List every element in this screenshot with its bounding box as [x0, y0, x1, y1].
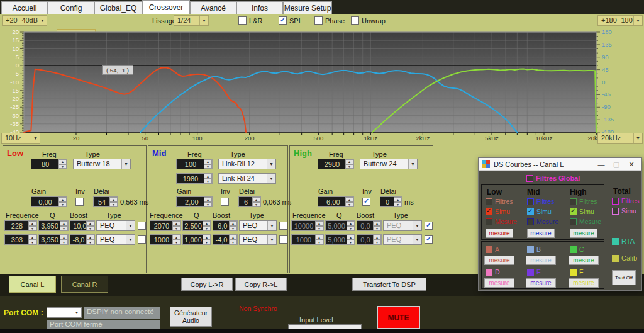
- high-gain-spinner[interactable]: -6,00▲▼: [318, 196, 354, 207]
- mid-gain-spinner[interactable]: -2,00▲▼: [176, 196, 213, 207]
- mid-xover1-freq-spinner[interactable]: 100▲▼: [176, 159, 213, 169]
- generateur-audio-button[interactable]: Générateur Audio: [170, 307, 212, 327]
- measure-a-button[interactable]: mesure: [484, 256, 514, 265]
- spinner-arrows[interactable]: ▲▼: [58, 197, 67, 206]
- frequency-response-chart[interactable]: 1020501002005001kHz2kHz5kHz10kHz20kHz201…: [0, 29, 644, 145]
- maximize-icon[interactable]: ▢: [609, 158, 624, 171]
- lissage-combo[interactable]: 1/24 ▼: [174, 15, 209, 26]
- high-peq1-freq-spinner[interactable]: 10000▲▼: [291, 220, 324, 231]
- spinner-arrows[interactable]: ▲▼: [86, 221, 94, 230]
- db-range-combo[interactable]: +20 -40dB ▼: [2, 15, 47, 26]
- low-peq2-type-combo[interactable]: PEQ▼: [96, 234, 135, 245]
- measure-b-button[interactable]: mesure: [526, 256, 556, 265]
- tab-global-eq[interactable]: Global_EQ: [94, 1, 142, 14]
- xmin-combo[interactable]: 10Hz ▼: [1, 133, 40, 144]
- high-xover-type-combo[interactable]: Butterw 24▼: [360, 159, 418, 169]
- low-peq2-boost-spinner[interactable]: -8,0▲▼: [70, 234, 95, 245]
- measure-d-checkbox[interactable]: D: [486, 268, 500, 276]
- spinner-arrows[interactable]: ▲▼: [172, 235, 180, 244]
- low-peq1-type-combo[interactable]: PEQ▼: [96, 220, 135, 231]
- spinner-arrows[interactable]: ▲▼: [229, 235, 237, 244]
- high-peq1-boost-spinner[interactable]: 0,0▲▼: [357, 220, 382, 231]
- mid-peq2-freq-spinner[interactable]: 1000▲▼: [150, 234, 181, 245]
- mid-peq2-bypass-checkbox[interactable]: [279, 235, 287, 244]
- low-peq1-freq-spinner[interactable]: 228▲▼: [4, 220, 37, 231]
- spinner-arrows[interactable]: ▲▼: [373, 221, 381, 230]
- total-simu-checkbox[interactable]: Simu: [612, 207, 636, 215]
- measure-d-button[interactable]: mesure: [484, 278, 514, 288]
- measure-a-checkbox[interactable]: A: [486, 246, 499, 253]
- high-peq1-type-combo[interactable]: PEQ▼: [383, 220, 422, 231]
- spinner-arrows[interactable]: ▲▼: [229, 221, 237, 230]
- low-peq2-freq-spinner[interactable]: 393▲▼: [4, 234, 37, 245]
- tab-infos[interactable]: Infos: [236, 1, 283, 14]
- mid-peq1-boost-spinner[interactable]: -6,0▲▼: [213, 220, 238, 231]
- mid-delai-spinner[interactable]: 6▲▼: [238, 196, 261, 207]
- tab-accueil[interactable]: Accueil: [1, 1, 48, 14]
- mid-peq1-q-spinner[interactable]: 2,500▲▼: [182, 220, 211, 231]
- copy-r-to-l-button[interactable]: Copy R->L: [235, 278, 287, 291]
- low-delai-spinner[interactable]: 54 ▲▼: [93, 196, 118, 207]
- tab-avance[interactable]: Avancé: [190, 1, 236, 14]
- low-xover-type-combo[interactable]: Butterw 18 ▼: [73, 159, 131, 169]
- calib-checkbox[interactable]: Calib: [612, 254, 637, 262]
- measure-f-checkbox[interactable]: F: [570, 268, 583, 276]
- measure-c-button[interactable]: mesure: [569, 256, 599, 265]
- high-inv-checkbox[interactable]: [362, 198, 370, 206]
- mid-peq2-boost-spinner[interactable]: -4,0▲▼: [213, 234, 238, 245]
- low-peq1-bypass-checkbox[interactable]: [138, 222, 146, 230]
- phase-range-combo[interactable]: +180 -180° ▼: [597, 15, 643, 26]
- spinner-arrows[interactable]: ▲▼: [345, 159, 353, 169]
- mid-simu-checkbox[interactable]: Simu: [527, 208, 552, 215]
- low-peq1-q-spinner[interactable]: 3,950▲▼: [38, 220, 69, 231]
- high-filtres-checkbox[interactable]: Filtres: [570, 198, 597, 205]
- mid-mesure-checkbox[interactable]: Mesure: [527, 218, 558, 225]
- high-xover-freq-spinner[interactable]: 2980▲▼: [318, 159, 354, 169]
- low-peq2-bypass-checkbox[interactable]: [138, 235, 146, 244]
- mid-mesure-button[interactable]: mesure: [527, 229, 555, 238]
- spinner-arrows[interactable]: ▲▼: [58, 159, 67, 169]
- mid-filtres-checkbox[interactable]: Filtres: [527, 198, 555, 205]
- tab-mesure-setup[interactable]: Mesure Setup: [283, 1, 332, 14]
- low-peq1-boost-spinner[interactable]: -10,0▲▼: [70, 220, 95, 231]
- measure-f-button[interactable]: mesure: [569, 278, 599, 288]
- mid-xover2-freq-spinner[interactable]: 1980▲▼: [176, 173, 213, 184]
- high-peq2-q-spinner[interactable]: 5,000▲▼: [325, 234, 355, 245]
- low-mesure-button[interactable]: mesure: [486, 229, 513, 238]
- mid-peq1-bypass-checkbox[interactable]: [279, 222, 287, 230]
- spinner-arrows[interactable]: ▲▼: [28, 235, 36, 244]
- measure-e-checkbox[interactable]: E: [527, 268, 541, 276]
- low-inv-checkbox[interactable]: [75, 198, 84, 206]
- spinner-arrows[interactable]: ▲▼: [204, 174, 212, 183]
- canal-r-tab[interactable]: Canal R: [61, 276, 108, 293]
- mid-inv-checkbox[interactable]: [221, 198, 229, 206]
- canal-l-tab[interactable]: Canal L: [9, 276, 56, 293]
- courbes-window-titlebar[interactable]: DS Courbes -- Canal L — ▢ ✕: [479, 158, 641, 171]
- transfert-to-dsp-button[interactable]: Transfert To DSP: [352, 278, 426, 291]
- high-peq1-q-spinner[interactable]: 5,000▲▼: [325, 220, 355, 231]
- spinner-arrows[interactable]: ▲▼: [204, 197, 212, 206]
- mid-xover2-type-combo[interactable]: Link-Ril 24▼: [218, 173, 276, 184]
- high-mesure-checkbox[interactable]: Mesure: [570, 218, 601, 225]
- spl-checkbox[interactable]: SPL: [279, 16, 303, 25]
- spinner-arrows[interactable]: ▲▼: [109, 197, 118, 206]
- mid-peq1-type-combo[interactable]: PEQ▼: [239, 220, 277, 231]
- spinner-arrows[interactable]: ▲▼: [315, 235, 323, 244]
- high-simu-checkbox[interactable]: Simu: [570, 208, 594, 215]
- low-filtres-checkbox[interactable]: Filtres: [486, 198, 513, 205]
- spinner-arrows[interactable]: ▲▼: [203, 221, 211, 230]
- spinner-arrows[interactable]: ▲▼: [86, 235, 94, 244]
- port-com-combo[interactable]: ▼: [47, 307, 82, 318]
- spinner-arrows[interactable]: ▲▼: [394, 197, 402, 206]
- spinner-arrows[interactable]: ▲▼: [373, 235, 381, 244]
- mute-button[interactable]: MUTE: [377, 306, 420, 329]
- lr-checkbox[interactable]: L&R: [238, 16, 262, 25]
- copy-l-to-r-button[interactable]: Copy L->R: [181, 278, 233, 291]
- spinner-arrows[interactable]: ▲▼: [347, 235, 355, 244]
- filtres-global-checkbox[interactable]: Filtres Global: [526, 174, 580, 182]
- spinner-arrows[interactable]: ▲▼: [60, 235, 68, 244]
- xmax-combo[interactable]: 20kHz ▼: [597, 133, 643, 144]
- high-delai-spinner[interactable]: 0▲▼: [380, 196, 402, 207]
- spinner-arrows[interactable]: ▲▼: [315, 221, 323, 230]
- tab-config[interactable]: Config: [48, 1, 94, 14]
